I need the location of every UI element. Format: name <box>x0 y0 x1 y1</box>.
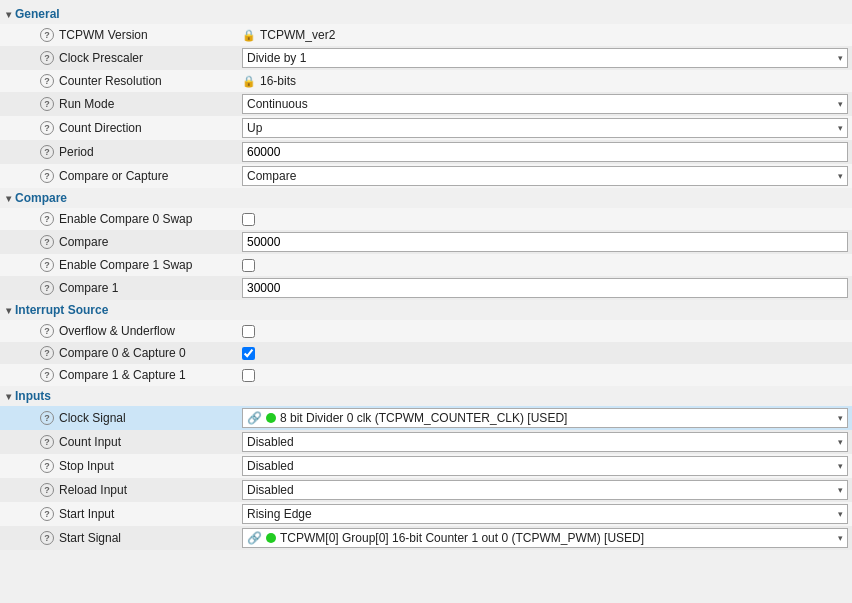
section-label: Compare <box>15 191 67 205</box>
label-overflow-underflow: ?Overflow & Underflow <box>0 324 238 338</box>
dropdown-arrow-compare-or-capture: ▾ <box>838 171 843 181</box>
help-icon-count-input[interactable]: ? <box>40 435 54 449</box>
chevron-icon: ▾ <box>6 9 11 20</box>
value-text-tcpwm-version: TCPWM_ver2 <box>260 28 335 42</box>
checkbox-compare0-capture0[interactable] <box>242 347 255 360</box>
row-stop-input: ?Stop InputDisabled▾ <box>0 454 852 478</box>
help-icon-enable-compare-1-swap[interactable]: ? <box>40 258 54 272</box>
select-text-start-input: Rising Edge <box>247 507 838 521</box>
section-header-inputs[interactable]: ▾Inputs <box>0 386 852 406</box>
label-start-signal: ?Start Signal <box>0 531 238 545</box>
select-text-count-input: Disabled <box>247 435 838 449</box>
checkbox-area-compare1-capture1 <box>242 369 255 382</box>
help-icon-stop-input[interactable]: ? <box>40 459 54 473</box>
select-count-direction[interactable]: Up▾ <box>242 118 848 138</box>
select-count-input[interactable]: Disabled▾ <box>242 432 848 452</box>
section-label: General <box>15 7 60 21</box>
select-stop-input[interactable]: Disabled▾ <box>242 456 848 476</box>
label-compare: ?Compare <box>0 235 238 249</box>
label-text-compare-or-capture: Compare or Capture <box>59 169 168 183</box>
select-compare-or-capture[interactable]: Compare▾ <box>242 166 848 186</box>
select-run-mode[interactable]: Continuous▾ <box>242 94 848 114</box>
signal-row-clock-signal[interactable]: 🔗8 bit Divider 0 clk (TCPWM_COUNTER_CLK)… <box>242 408 848 428</box>
label-text-counter-resolution: Counter Resolution <box>59 74 162 88</box>
input-period[interactable] <box>242 142 848 162</box>
value-area-enable-compare-1-swap <box>238 255 852 275</box>
label-compare0-capture0: ?Compare 0 & Capture 0 <box>0 346 238 360</box>
label-stop-input: ?Stop Input <box>0 459 238 473</box>
help-icon-reload-input[interactable]: ? <box>40 483 54 497</box>
value-area-clock-prescaler: Divide by 1▾ <box>238 47 852 69</box>
help-icon-clock-prescaler[interactable]: ? <box>40 51 54 65</box>
link-icon-clock-signal: 🔗 <box>247 411 262 425</box>
section-header-general[interactable]: ▾General <box>0 4 852 24</box>
value-area-start-signal: 🔗TCPWM[0] Group[0] 16-bit Counter 1 out … <box>238 527 852 549</box>
dropdown-arrow-count-direction: ▾ <box>838 123 843 133</box>
signal-row-start-signal[interactable]: 🔗TCPWM[0] Group[0] 16-bit Counter 1 out … <box>242 528 848 548</box>
checkbox-area-enable-compare-1-swap <box>242 259 255 272</box>
lock-icon-tcpwm-version: 🔒 <box>242 29 256 42</box>
help-icon-compare-1[interactable]: ? <box>40 281 54 295</box>
select-clock-prescaler[interactable]: Divide by 1▾ <box>242 48 848 68</box>
row-reload-input: ?Reload InputDisabled▾ <box>0 478 852 502</box>
row-compare-1: ?Compare 1 <box>0 276 852 300</box>
help-icon-counter-resolution[interactable]: ? <box>40 74 54 88</box>
checkbox-overflow-underflow[interactable] <box>242 325 255 338</box>
label-counter-resolution: ?Counter Resolution <box>0 74 238 88</box>
input-compare[interactable] <box>242 232 848 252</box>
label-text-count-direction: Count Direction <box>59 121 142 135</box>
row-start-input: ?Start InputRising Edge▾ <box>0 502 852 526</box>
dropdown-arrow-start-input: ▾ <box>838 509 843 519</box>
help-icon-start-input[interactable]: ? <box>40 507 54 521</box>
row-compare: ?Compare <box>0 230 852 254</box>
help-icon-start-signal[interactable]: ? <box>40 531 54 545</box>
value-area-count-direction: Up▾ <box>238 117 852 139</box>
help-icon-compare0-capture0[interactable]: ? <box>40 346 54 360</box>
label-text-enable-compare-0-swap: Enable Compare 0 Swap <box>59 212 192 226</box>
checkbox-enable-compare-0-swap[interactable] <box>242 213 255 226</box>
select-text-count-direction: Up <box>247 121 838 135</box>
label-text-count-input: Count Input <box>59 435 121 449</box>
row-enable-compare-0-swap: ?Enable Compare 0 Swap <box>0 208 852 230</box>
label-enable-compare-1-swap: ?Enable Compare 1 Swap <box>0 258 238 272</box>
checkbox-enable-compare-1-swap[interactable] <box>242 259 255 272</box>
help-icon-run-mode[interactable]: ? <box>40 97 54 111</box>
help-icon-enable-compare-0-swap[interactable]: ? <box>40 212 54 226</box>
help-icon-period[interactable]: ? <box>40 145 54 159</box>
chevron-icon: ▾ <box>6 193 11 204</box>
section-header-interrupt-source[interactable]: ▾Interrupt Source <box>0 300 852 320</box>
select-start-input[interactable]: Rising Edge▾ <box>242 504 848 524</box>
value-area-compare-1 <box>238 277 852 299</box>
signal-arrow-start-signal: ▾ <box>838 533 843 543</box>
value-area-compare <box>238 231 852 253</box>
dropdown-arrow-run-mode: ▾ <box>838 99 843 109</box>
help-icon-clock-signal[interactable]: ? <box>40 411 54 425</box>
value-area-period <box>238 141 852 163</box>
help-icon-count-direction[interactable]: ? <box>40 121 54 135</box>
section-header-compare[interactable]: ▾Compare <box>0 188 852 208</box>
help-icon-compare-or-capture[interactable]: ? <box>40 169 54 183</box>
green-dot-clock-signal <box>266 413 276 423</box>
value-area-overflow-underflow <box>238 321 852 341</box>
row-compare0-capture0: ?Compare 0 & Capture 0 <box>0 342 852 364</box>
help-icon-compare1-capture1[interactable]: ? <box>40 368 54 382</box>
help-icon-overflow-underflow[interactable]: ? <box>40 324 54 338</box>
value-area-compare0-capture0 <box>238 343 852 363</box>
input-compare-1[interactable] <box>242 278 848 298</box>
help-icon-tcpwm-version[interactable]: ? <box>40 28 54 42</box>
checkbox-compare1-capture1[interactable] <box>242 369 255 382</box>
value-area-compare1-capture1 <box>238 365 852 385</box>
value-area-reload-input: Disabled▾ <box>238 479 852 501</box>
label-enable-compare-0-swap: ?Enable Compare 0 Swap <box>0 212 238 226</box>
help-icon-compare[interactable]: ? <box>40 235 54 249</box>
value-area-run-mode: Continuous▾ <box>238 93 852 115</box>
select-text-run-mode: Continuous <box>247 97 838 111</box>
row-start-signal: ?Start Signal🔗TCPWM[0] Group[0] 16-bit C… <box>0 526 852 550</box>
label-text-run-mode: Run Mode <box>59 97 114 111</box>
chevron-icon: ▾ <box>6 391 11 402</box>
label-text-compare: Compare <box>59 235 108 249</box>
section-label: Inputs <box>15 389 51 403</box>
value-area-tcpwm-version: 🔒TCPWM_ver2 <box>238 25 852 45</box>
value-area-counter-resolution: 🔒16-bits <box>238 71 852 91</box>
select-reload-input[interactable]: Disabled▾ <box>242 480 848 500</box>
